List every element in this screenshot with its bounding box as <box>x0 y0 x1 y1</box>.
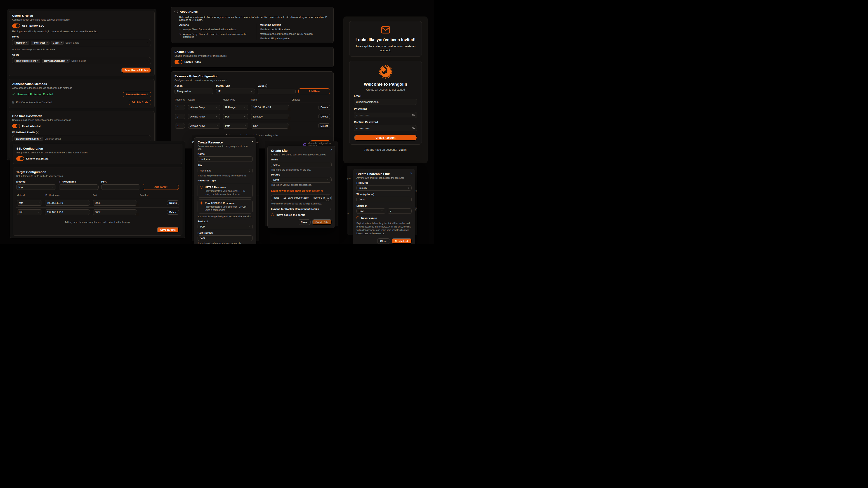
rule-action-select[interactable]: Always Deny <box>188 105 220 110</box>
role-chip[interactable]: Guest× <box>51 41 64 45</box>
role-chip[interactable]: Power User× <box>31 41 50 45</box>
delete-rule-button[interactable]: Delete <box>318 114 330 119</box>
target-row: http 192.168.1.210 8087 Delete <box>16 207 179 217</box>
rule-match-select[interactable]: Path <box>223 123 248 129</box>
radio-selected-icon[interactable] <box>200 201 203 204</box>
create-site-button[interactable]: Create Site <box>312 219 332 225</box>
rule-priority-input[interactable]: 4 <box>175 123 185 129</box>
port-number-input[interactable]: 5432 <box>197 235 253 241</box>
create-account-button[interactable]: Create Account <box>354 135 417 141</box>
chip-remove-icon[interactable]: × <box>26 41 27 44</box>
rule-match-select[interactable]: Path <box>223 114 248 119</box>
chip-remove-icon[interactable]: × <box>46 41 48 44</box>
newt-command-codeblock[interactable]: newt --id ea7esnw28kj2tpn --secret by7jf… <box>271 195 332 201</box>
ip-hostname-input[interactable] <box>59 184 98 190</box>
auth-methods-title: Authentication Methods <box>12 82 151 86</box>
target-port-input[interactable]: 8086 <box>93 200 137 205</box>
delete-target-button[interactable]: Delete <box>167 210 179 215</box>
close-button[interactable]: Close <box>298 219 311 225</box>
match-type-select[interactable]: IP <box>216 89 255 94</box>
radio-icon[interactable] <box>200 186 203 189</box>
action-select[interactable]: Always Allow <box>175 89 213 94</box>
raw-tcp-udp-resource-option[interactable]: Raw TCP/UDP Resource Proxy requests to y… <box>197 199 253 214</box>
chip-remove-icon[interactable]: × <box>67 60 68 62</box>
add-pin-code-button[interactable]: Add PIN Code <box>129 100 151 105</box>
save-users-roles-button[interactable]: Save Users & Roles <box>121 68 151 73</box>
rule-action-select[interactable]: Always Allow <box>188 123 220 129</box>
rule-match-select[interactable]: IP Range <box>223 105 248 110</box>
site-name-input[interactable]: Site 1 <box>271 162 332 167</box>
add-rule-button[interactable]: Add Rule <box>298 88 330 94</box>
user-chip[interactable]: sally@example.com× <box>42 59 70 63</box>
target-method-select[interactable]: http <box>17 209 42 215</box>
rule-priority-input[interactable]: 1 <box>175 105 185 110</box>
expire-unit-select[interactable]: Days <box>356 208 385 214</box>
save-targets-button[interactable]: Save Targets <box>157 227 179 232</box>
install-newt-link[interactable]: Learn how to install Newt on your system <box>271 189 323 192</box>
command-note: You will only be able to see the configu… <box>271 202 332 205</box>
users-multiselect[interactable]: jim@example.com× sally@example.com× Sele… <box>12 57 151 64</box>
method-select[interactable]: http <box>16 184 56 190</box>
expire-value-input[interactable]: 7 <box>388 208 412 214</box>
port-header: Port <box>93 194 137 197</box>
enable-ssl-toggle[interactable] <box>16 156 24 161</box>
confirm-password-input[interactable]: •••••••••••• <box>354 125 417 131</box>
email-input[interactable]: greg@example.com <box>354 99 417 105</box>
site-select[interactable]: Home Lab <box>197 168 253 173</box>
expire-in-label: Expire In <box>356 204 412 207</box>
docker-details-expander[interactable]: Expand for Docker Deployment Details <box>271 207 332 210</box>
rule-value-input[interactable]: identity/* <box>251 114 289 119</box>
rule-priority-input[interactable]: 3 <box>175 114 185 119</box>
rule-value-input[interactable]: api/* <box>251 123 289 129</box>
target-ip-input[interactable]: 192.168.1.210 <box>45 209 90 215</box>
never-expire-radio-row[interactable]: Never expire <box>356 217 412 219</box>
target-method-select[interactable]: http <box>17 200 42 205</box>
link-title-input[interactable]: Demo <box>356 197 412 202</box>
expiration-note: Expiration time is how long the link wil… <box>356 222 412 235</box>
create-link-button[interactable]: Create Link <box>392 238 412 244</box>
log-in-link[interactable]: Log in <box>399 148 406 151</box>
email-whitelist-toggle[interactable] <box>12 124 20 128</box>
radio-icon[interactable] <box>271 213 274 216</box>
rule-value-input[interactable]: 100.36.112.4/24 <box>251 105 289 110</box>
add-target-button[interactable]: Add Target <box>143 184 179 190</box>
resource-select[interactable]: Immich <box>356 185 412 191</box>
enable-ssl-label: Enable SSL (https) <box>26 157 49 160</box>
port-input[interactable] <box>101 184 140 190</box>
target-ip-input[interactable]: 192.168.1.210 <box>45 200 90 205</box>
roles-multiselect[interactable]: Member× Power User× Guest× Select a role <box>12 39 151 46</box>
chip-remove-icon[interactable]: × <box>61 41 62 44</box>
site-method-select[interactable]: Newt <box>271 177 332 183</box>
password-input[interactable]: •••••••••••• <box>354 112 417 118</box>
auth-methods-desc: Allow access to the resource via additio… <box>12 87 151 89</box>
priority-header[interactable]: Priority ↑↓ <box>175 98 185 101</box>
radio-icon[interactable] <box>356 217 360 219</box>
delete-rule-button[interactable]: Delete <box>318 105 330 110</box>
email-chip[interactable]: sarah@example.com× <box>14 137 43 141</box>
close-button[interactable]: Close <box>377 238 390 244</box>
enable-rules-toggle[interactable] <box>175 60 182 64</box>
confirm-password-label: Confirm Password <box>354 121 417 124</box>
role-chip[interactable]: Member× <box>14 41 29 45</box>
delete-target-button[interactable]: Delete <box>167 200 179 205</box>
background-fragment: al <box>347 212 349 215</box>
value-input[interactable] <box>258 89 296 94</box>
chip-remove-icon[interactable]: × <box>40 138 41 140</box>
close-icon[interactable]: × <box>252 140 253 143</box>
close-icon[interactable]: × <box>331 148 332 151</box>
rule-action-select[interactable]: Always Allow <box>188 114 220 119</box>
platform-sso-toggle[interactable] <box>12 24 20 28</box>
protocol-select[interactable]: TCP <box>197 224 253 229</box>
close-icon[interactable]: × <box>410 171 412 175</box>
remove-password-button[interactable]: Remove Password <box>123 92 151 97</box>
chip-remove-icon[interactable]: × <box>37 60 39 62</box>
https-resource-option[interactable]: HTTPS Resource Proxy requests to your ap… <box>197 184 253 198</box>
copy-icon[interactable] <box>324 195 331 201</box>
user-chip[interactable]: jim@example.com× <box>14 59 40 63</box>
resource-type-label: Resource Type <box>197 179 253 182</box>
resource-name-input[interactable]: Postgres <box>197 156 253 162</box>
target-port-input[interactable]: 8087 <box>93 209 137 215</box>
ssl-config-card: SSL Configuration Setup SSL to secure yo… <box>13 144 182 164</box>
copied-config-radio-row[interactable]: I have copied the config <box>271 213 332 216</box>
delete-rule-button[interactable]: Delete <box>318 123 330 128</box>
